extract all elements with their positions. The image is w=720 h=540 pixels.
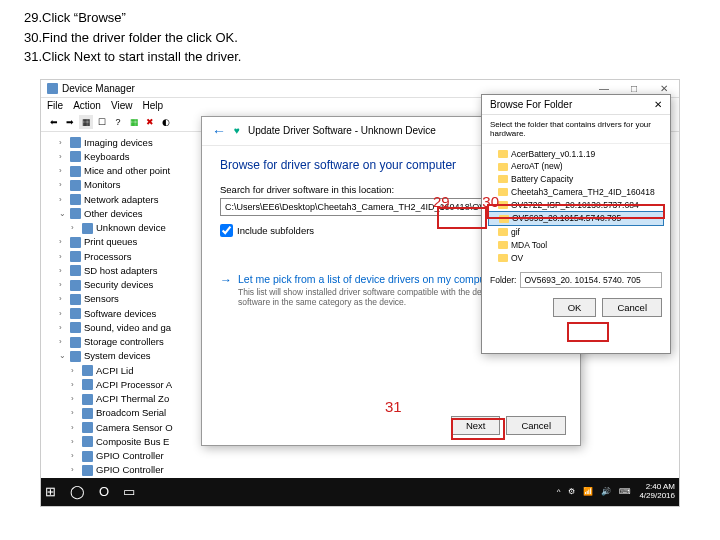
browse-title-text: Browse For Folder bbox=[490, 99, 572, 110]
menu-help[interactable]: Help bbox=[142, 100, 163, 111]
browse-message: Select the folder that contains drivers … bbox=[482, 115, 670, 144]
browse-cancel-button[interactable]: Cancel bbox=[602, 298, 662, 317]
volume-icon[interactable]: 🔊 bbox=[601, 487, 611, 496]
tray-icon[interactable]: ⚙ bbox=[568, 487, 575, 496]
tb-icon[interactable]: ▦ bbox=[79, 115, 93, 129]
redbox-29 bbox=[437, 207, 487, 229]
folder-item[interactable]: Cheetah3_Camera_TH2_4ID_160418 bbox=[488, 186, 664, 199]
menu-view[interactable]: View bbox=[111, 100, 133, 111]
folder-item[interactable]: MDA Tool bbox=[488, 239, 664, 252]
tb-icon[interactable]: ✖ bbox=[143, 115, 157, 129]
tb-icon[interactable]: ▦ bbox=[127, 115, 141, 129]
folder-item[interactable]: AeroAT (new) bbox=[488, 160, 664, 173]
forward-icon[interactable]: ➡ bbox=[63, 115, 77, 129]
include-subfolders-label: Include subfolders bbox=[237, 225, 314, 236]
folder-item[interactable]: OV bbox=[488, 252, 664, 265]
include-subfolders-checkbox[interactable] bbox=[220, 224, 233, 237]
cancel-button[interactable]: Cancel bbox=[506, 416, 566, 435]
device-manager-icon bbox=[47, 83, 58, 94]
taskbar: ⊞ ◯ O ▭ ^ ⚙ 📶 🔊 ⌨ 2:40 AM 4/29/2016 bbox=[41, 478, 679, 506]
start-icon[interactable]: ⊞ bbox=[45, 484, 56, 499]
tree-item[interactable]: ›GPIO Controller bbox=[45, 449, 675, 463]
redbox-30 bbox=[487, 204, 665, 219]
back-arrow-icon[interactable]: ← bbox=[212, 123, 226, 139]
tb-icon[interactable]: ? bbox=[111, 115, 125, 129]
wizard-title: Update Driver Software - Unknown Device bbox=[248, 125, 436, 136]
search-icon[interactable]: ◯ bbox=[70, 484, 85, 499]
callout-31: 31 bbox=[385, 398, 402, 415]
taskview-icon[interactable]: ▭ bbox=[123, 484, 135, 499]
window-title: Device Manager bbox=[62, 83, 135, 94]
folder-item[interactable]: Battery Capacity bbox=[488, 173, 664, 186]
ok-button[interactable]: OK bbox=[553, 298, 597, 317]
menu-action[interactable]: Action bbox=[73, 100, 101, 111]
tray-up-icon[interactable]: ^ bbox=[557, 487, 561, 496]
tb-icon[interactable]: ◐ bbox=[159, 115, 173, 129]
keyboard-icon[interactable]: ⌨ bbox=[619, 487, 631, 496]
tb-icon[interactable]: ☐ bbox=[95, 115, 109, 129]
arrow-icon: → bbox=[220, 273, 232, 307]
tree-item[interactable]: ›GPIO Controller bbox=[45, 463, 675, 477]
folder-item[interactable]: AcerBattery_v0.1.1.19 bbox=[488, 148, 664, 161]
browse-close-icon[interactable]: ✕ bbox=[654, 99, 662, 110]
instruction-30: 30.Find the driver folder the click OK. bbox=[24, 28, 696, 48]
browse-folder-dialog: Browse For Folder ✕ Select the folder th… bbox=[481, 94, 671, 354]
screenshot-region: Device Manager — □ ✕ File Action View He… bbox=[40, 79, 680, 507]
redbox-ok bbox=[567, 322, 609, 342]
menu-file[interactable]: File bbox=[47, 100, 63, 111]
tree-item[interactable]: ›High precision event timer bbox=[45, 506, 675, 507]
cortana-icon[interactable]: O bbox=[99, 484, 109, 499]
folder-label: Folder: bbox=[490, 275, 516, 285]
heart-icon: ♥ bbox=[234, 125, 240, 136]
taskbar-clock[interactable]: 2:40 AM 4/29/2016 bbox=[639, 483, 675, 501]
instruction-29: 29.Click “Browse” bbox=[24, 8, 696, 28]
back-icon[interactable]: ⬅ bbox=[47, 115, 61, 129]
tray-icon[interactable]: 📶 bbox=[583, 487, 593, 496]
folder-name-input[interactable] bbox=[520, 272, 662, 288]
folder-item[interactable]: gif bbox=[488, 226, 664, 239]
redbox-31 bbox=[451, 418, 505, 440]
instruction-31: 31.Click Next to start install the drive… bbox=[24, 47, 696, 67]
